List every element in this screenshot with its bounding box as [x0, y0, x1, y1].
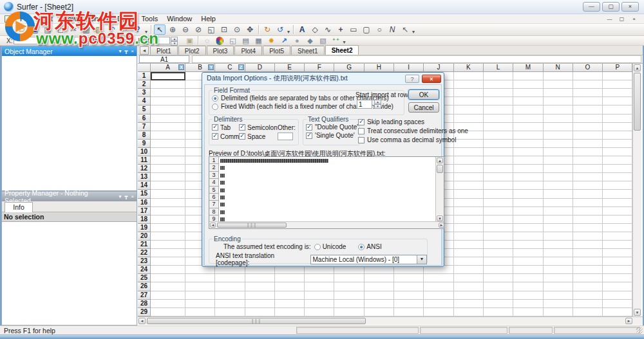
- cell-C24[interactable]: [215, 266, 245, 274]
- cell-G25[interactable]: [334, 274, 364, 282]
- select-icon[interactable]: ↖: [154, 24, 166, 35]
- cell-L1[interactable]: [484, 72, 513, 80]
- scroll-up-icon[interactable]: ▲: [634, 64, 641, 71]
- cell-N10[interactable]: [544, 148, 573, 156]
- zoom-realtime-icon[interactable]: ⊘: [193, 24, 204, 35]
- cell-M1[interactable]: [513, 72, 543, 80]
- cell-M24[interactable]: [513, 266, 543, 274]
- w-input[interactable]: [102, 37, 126, 44]
- cell-M2[interactable]: [513, 80, 543, 89]
- sheet-tab-plot2[interactable]: Plot2: [178, 46, 206, 55]
- row-header-5[interactable]: 5: [138, 105, 151, 114]
- column-header-F[interactable]: F: [305, 64, 334, 72]
- post-map-icon[interactable]: ▤: [240, 37, 251, 45]
- cell-M25[interactable]: [513, 274, 543, 282]
- radio-icon[interactable]: [358, 244, 365, 250]
- cell-N13[interactable]: [544, 173, 573, 181]
- cell-C28[interactable]: [215, 300, 245, 308]
- spin-down-icon[interactable]: ▾: [39, 41, 46, 46]
- cell-K17[interactable]: [454, 207, 484, 215]
- cell-M13[interactable]: [513, 173, 543, 181]
- cell-D27[interactable]: [245, 291, 275, 300]
- cell-A17[interactable]: [151, 207, 185, 215]
- cell-K22[interactable]: [454, 249, 484, 257]
- column-header-D[interactable]: D: [245, 64, 275, 72]
- pin-icon[interactable]: ┳: [125, 48, 128, 54]
- cell-O3[interactable]: [573, 89, 603, 97]
- cell-E29[interactable]: [275, 308, 305, 316]
- cell-F24[interactable]: [305, 266, 334, 274]
- cell-P1[interactable]: [603, 72, 632, 80]
- cell-H29[interactable]: [365, 308, 394, 316]
- cell-N23[interactable]: [544, 257, 573, 266]
- cell-H26[interactable]: [365, 282, 394, 291]
- grid-vertical-scrollbar[interactable]: ▲ ▼: [632, 64, 641, 316]
- row-header-2[interactable]: 2: [138, 80, 151, 89]
- cell-A23[interactable]: [151, 257, 185, 266]
- zoom-selected-icon[interactable]: ⊙: [231, 24, 243, 35]
- cell-L29[interactable]: [484, 308, 513, 316]
- image-map-icon[interactable]: [216, 37, 223, 45]
- cell-A6[interactable]: [151, 115, 185, 123]
- menu-tools[interactable]: Tools: [137, 14, 162, 23]
- cell-L18[interactable]: [484, 215, 513, 224]
- dropdown-arrow-icon[interactable]: ▼: [417, 255, 426, 264]
- cell-O4[interactable]: [573, 97, 603, 105]
- cell-B24[interactable]: [185, 266, 215, 274]
- cell-J27[interactable]: [424, 291, 453, 300]
- spin-down-icon[interactable]: ▾: [127, 41, 134, 46]
- cell-O19[interactable]: [573, 224, 603, 232]
- cell-E28[interactable]: [275, 300, 305, 308]
- scroll-left-icon[interactable]: ◄: [210, 223, 216, 228]
- cell-B27[interactable]: [185, 291, 215, 300]
- cell-O8[interactable]: [573, 131, 603, 140]
- cell-L17[interactable]: [484, 207, 513, 215]
- cell-D26[interactable]: [245, 282, 275, 291]
- checkbox-icon[interactable]: [212, 124, 218, 131]
- cell-N26[interactable]: [544, 282, 573, 291]
- cell-L8[interactable]: [484, 131, 513, 140]
- spinner[interactable]: ▴▾: [82, 37, 89, 44]
- cell-M11[interactable]: [513, 156, 543, 165]
- undo-icon[interactable]: ↶: [106, 24, 118, 35]
- cell-L22[interactable]: [484, 249, 513, 257]
- cell-M7[interactable]: [513, 123, 543, 131]
- cell-K12[interactable]: [454, 165, 484, 173]
- paste-icon[interactable]: ▨: [93, 24, 105, 35]
- cell-P4[interactable]: [603, 97, 632, 105]
- scroll-up-icon[interactable]: ▲: [437, 158, 443, 163]
- cell-P15[interactable]: [603, 190, 632, 198]
- cell-L7[interactable]: [484, 123, 513, 131]
- base-map-icon[interactable]: ●: [291, 37, 303, 45]
- cell-L28[interactable]: [484, 300, 513, 308]
- column-header-M[interactable]: M: [513, 64, 543, 72]
- cell-M23[interactable]: [513, 257, 543, 266]
- cell-L14[interactable]: [484, 181, 513, 190]
- cell-P21[interactable]: [603, 241, 632, 249]
- cell-A11[interactable]: [151, 156, 185, 165]
- menu-data[interactable]: Data: [113, 14, 137, 23]
- cell-L6[interactable]: [484, 115, 513, 123]
- column-header-H[interactable]: H: [365, 64, 394, 72]
- row-header-7[interactable]: 7: [138, 123, 151, 131]
- cell-B29[interactable]: [185, 308, 215, 316]
- cell-K14[interactable]: [454, 181, 484, 190]
- cell-A27[interactable]: [151, 291, 185, 300]
- cell-I25[interactable]: [394, 274, 424, 282]
- cell-A3[interactable]: [151, 89, 185, 97]
- checkbox-icon[interactable]: [306, 124, 312, 131]
- menu-file[interactable]: File: [15, 14, 36, 23]
- cell-O11[interactable]: [573, 156, 603, 165]
- cell-O7[interactable]: [573, 123, 603, 131]
- cell-N24[interactable]: [544, 266, 573, 274]
- cell-P5[interactable]: [603, 105, 632, 114]
- row-header-3[interactable]: 3: [138, 89, 151, 97]
- cell-O6[interactable]: [573, 115, 603, 123]
- cell-P13[interactable]: [603, 173, 632, 181]
- cell-A26[interactable]: [151, 282, 185, 291]
- ellipse-tool-icon[interactable]: ○: [374, 24, 385, 35]
- cell-I26[interactable]: [394, 282, 424, 291]
- pan-icon[interactable]: ✥: [244, 24, 256, 35]
- cell-L15[interactable]: [484, 190, 513, 198]
- checkbox-icon[interactable]: [358, 128, 365, 134]
